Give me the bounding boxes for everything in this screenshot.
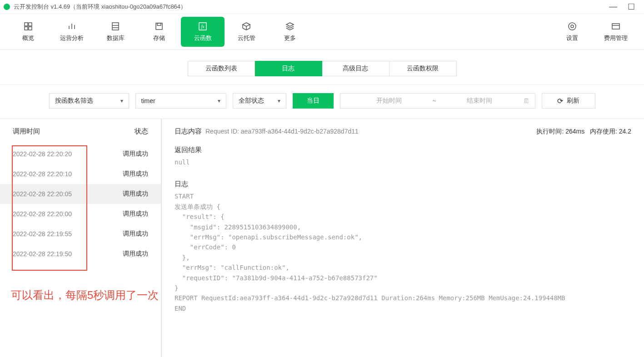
window-titlebar: 云开发控制台 v1.4.69（当前环境 xiaoshitou-0go20a09a… [0,0,644,14]
window-maximize-button[interactable]: ☐ [622,2,640,12]
stack-icon [285,21,295,31]
toolbar-item-2[interactable]: 数据库 [94,17,137,47]
col-header-time: 调用时间 [13,127,40,136]
app-logo-icon [4,4,10,10]
svg-line-18 [243,28,246,30]
filter-by-label: 按函数名筛选 [55,97,93,105]
toolbar-right-item-0[interactable]: 设置 [550,17,594,47]
subtab-2[interactable]: 高级日志 [322,61,389,76]
save-icon [154,21,164,31]
status-label: 全部状态 [239,97,264,105]
toolbar-label: 运营分析 [60,34,84,42]
log-row-status: 调用成功 [123,170,148,178]
svg-rect-7 [112,23,119,30]
toolbar-item-0[interactable]: 概览 [6,17,50,47]
log-list: 2022-02-28 22:20:20调用成功2022-02-28 22:20:… [0,144,161,264]
refresh-label: 刷新 [567,97,579,105]
end-time-placeholder: 结束时间 [436,97,523,105]
window-minimize-button[interactable]: — [604,2,622,11]
exec-meta: 执行时间: 264ms 内存使用: 24.2 [536,128,631,136]
fx-icon: fx [198,21,208,31]
log-detail-panel: 日志内容 Request ID: aea793ff-a364-44d1-9d2c… [162,119,644,357]
bars-icon [67,21,77,31]
svg-rect-23 [612,24,619,29]
log-row[interactable]: 2022-02-28 22:20:05调用成功 [0,184,161,204]
grid-icon [23,21,33,31]
return-result-value: null [175,157,631,167]
toolbar-label: 概览 [22,34,34,42]
log-row[interactable]: 2022-02-28 22:20:10调用成功 [0,164,161,184]
toolbar-right-item-1[interactable]: 费用管理 [594,17,638,47]
log-row-status: 调用成功 [123,210,148,218]
log-row[interactable]: 2022-02-28 22:20:00调用成功 [0,204,161,224]
log-row-timestamp: 2022-02-28 22:20:10 [13,170,72,178]
chevron-down-icon: ▾ [120,98,123,104]
filter-by-select[interactable]: 按函数名筛选 ▾ [49,93,129,109]
today-button[interactable]: 当日 [293,93,334,109]
chevron-down-icon: ▾ [218,98,220,104]
log-row[interactable]: 2022-02-28 22:19:55调用成功 [0,224,161,244]
sidebar-header: 调用时间 状态 [0,119,161,144]
svg-line-19 [246,28,250,30]
gear-icon [567,21,577,31]
billing-icon [611,21,621,31]
svg-marker-14 [243,23,250,26]
subtab-0[interactable]: 云函数列表 [188,61,255,76]
refresh-button[interactable]: ⟳ 刷新 [542,93,595,109]
svg-rect-1 [29,23,32,26]
svg-rect-11 [157,23,161,25]
toolbar-label: 更多 [284,34,296,42]
toolbar-label: 数据库 [107,34,125,42]
log-content-label: 日志内容 [175,127,202,136]
exec-time: 执行时间: 264ms [536,128,584,135]
log-row-timestamp: 2022-02-28 22:20:20 [13,150,72,158]
today-label: 当日 [307,97,320,105]
calendar-icon: 🗓 [523,97,529,104]
toolbar-item-1[interactable]: 运营分析 [50,17,94,47]
log-row-timestamp: 2022-02-28 22:20:05 [13,190,72,198]
log-sidebar: 调用时间 状态 2022-02-28 22:20:20调用成功2022-02-2… [0,119,162,357]
log-label: 日志 [175,180,631,188]
log-row-status: 调用成功 [123,250,148,258]
toolbar-item-6[interactable]: 更多 [268,17,312,47]
svg-point-21 [571,25,574,28]
log-row[interactable]: 2022-02-28 22:20:20调用成功 [0,144,161,164]
status-select[interactable]: 全部状态 ▾ [233,93,286,109]
svg-point-22 [569,23,576,30]
function-name-label: timer [141,97,155,104]
toolbar-label: 设置 [566,34,578,42]
annotation-text: 可以看出，每隔5秒调用了一次 [11,288,193,302]
log-row-timestamp: 2022-02-28 22:20:00 [13,210,72,218]
window-title: 云开发控制台 v1.4.69（当前环境 xiaoshitou-0go20a09a… [14,3,604,11]
filter-bar: 按函数名筛选 ▾ timer ▾ 全部状态 ▾ 当日 开始时间 ~ 结束时间 🗓… [0,85,644,119]
toolbar-label: 云托管 [238,34,255,42]
function-select[interactable]: timer ▾ [135,93,226,109]
svg-rect-0 [25,23,28,26]
db-icon [110,21,120,31]
svg-text:fx: fx [201,24,205,29]
toolbar-item-5[interactable]: 云托管 [225,17,268,47]
chevron-down-icon: ▾ [278,98,280,104]
toolbar-item-4[interactable]: fx云函数 [181,17,225,47]
return-result-label: 返回结果 [175,146,631,154]
log-row[interactable]: 2022-02-28 22:19:50调用成功 [0,244,161,264]
log-row-status: 调用成功 [123,230,148,238]
start-time-placeholder: 开始时间 [346,97,433,105]
refresh-icon: ⟳ [557,97,563,105]
log-row-status: 调用成功 [123,150,148,158]
cube-icon [241,21,251,31]
subtab-bar: 云函数列表日志高级日志云函数权限 [0,50,644,85]
subtab-1[interactable]: 日志 [255,61,322,76]
content-area: 调用时间 状态 2022-02-28 22:20:20调用成功2022-02-2… [0,119,644,357]
date-range-picker[interactable]: 开始时间 ~ 结束时间 🗓 [340,93,535,109]
toolbar-label: 费用管理 [604,34,628,42]
svg-rect-3 [29,27,32,30]
toolbar-label: 云函数 [194,34,212,42]
log-body: START 发送单条成功 { "result": { "msgid": 2289… [175,191,631,313]
svg-marker-20 [286,23,294,26]
svg-rect-2 [25,27,28,30]
main-toolbar: 概览运营分析数据库存储fx云函数云托管更多 设置费用管理 [0,14,644,50]
tilde-separator: ~ [432,97,436,104]
toolbar-item-3[interactable]: 存储 [137,17,181,47]
subtab-3[interactable]: 云函数权限 [389,61,457,76]
